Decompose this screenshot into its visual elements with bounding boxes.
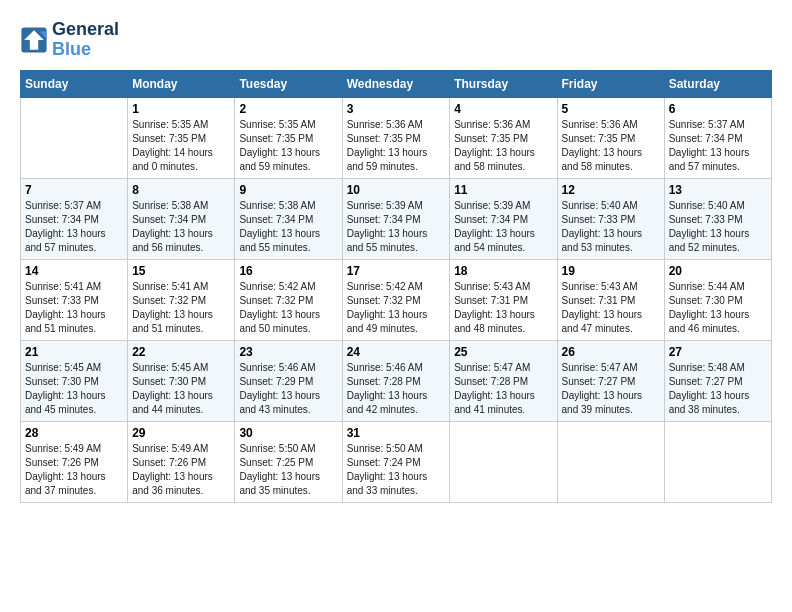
day-number: 25	[454, 345, 552, 359]
calendar-cell: 13Sunrise: 5:40 AM Sunset: 7:33 PM Dayli…	[664, 178, 771, 259]
day-number: 19	[562, 264, 660, 278]
day-number: 10	[347, 183, 446, 197]
calendar-week-row: 28Sunrise: 5:49 AM Sunset: 7:26 PM Dayli…	[21, 421, 772, 502]
day-number: 5	[562, 102, 660, 116]
day-number: 29	[132, 426, 230, 440]
day-info: Sunrise: 5:48 AM Sunset: 7:27 PM Dayligh…	[669, 361, 767, 417]
calendar-cell	[664, 421, 771, 502]
day-info: Sunrise: 5:44 AM Sunset: 7:30 PM Dayligh…	[669, 280, 767, 336]
day-info: Sunrise: 5:41 AM Sunset: 7:33 PM Dayligh…	[25, 280, 123, 336]
day-number: 20	[669, 264, 767, 278]
calendar-cell: 28Sunrise: 5:49 AM Sunset: 7:26 PM Dayli…	[21, 421, 128, 502]
day-info: Sunrise: 5:43 AM Sunset: 7:31 PM Dayligh…	[454, 280, 552, 336]
calendar-week-row: 7Sunrise: 5:37 AM Sunset: 7:34 PM Daylig…	[21, 178, 772, 259]
day-info: Sunrise: 5:43 AM Sunset: 7:31 PM Dayligh…	[562, 280, 660, 336]
calendar-cell: 19Sunrise: 5:43 AM Sunset: 7:31 PM Dayli…	[557, 259, 664, 340]
day-info: Sunrise: 5:38 AM Sunset: 7:34 PM Dayligh…	[239, 199, 337, 255]
day-info: Sunrise: 5:40 AM Sunset: 7:33 PM Dayligh…	[562, 199, 660, 255]
day-number: 23	[239, 345, 337, 359]
logo-text: General Blue	[52, 20, 119, 60]
calendar-cell: 3Sunrise: 5:36 AM Sunset: 7:35 PM Daylig…	[342, 97, 450, 178]
day-info: Sunrise: 5:40 AM Sunset: 7:33 PM Dayligh…	[669, 199, 767, 255]
day-number: 7	[25, 183, 123, 197]
weekday-header-friday: Friday	[557, 70, 664, 97]
weekday-header-sunday: Sunday	[21, 70, 128, 97]
calendar-cell: 15Sunrise: 5:41 AM Sunset: 7:32 PM Dayli…	[128, 259, 235, 340]
day-number: 4	[454, 102, 552, 116]
calendar-cell: 14Sunrise: 5:41 AM Sunset: 7:33 PM Dayli…	[21, 259, 128, 340]
calendar-cell: 9Sunrise: 5:38 AM Sunset: 7:34 PM Daylig…	[235, 178, 342, 259]
day-info: Sunrise: 5:49 AM Sunset: 7:26 PM Dayligh…	[25, 442, 123, 498]
day-number: 9	[239, 183, 337, 197]
calendar-cell: 23Sunrise: 5:46 AM Sunset: 7:29 PM Dayli…	[235, 340, 342, 421]
calendar-cell: 11Sunrise: 5:39 AM Sunset: 7:34 PM Dayli…	[450, 178, 557, 259]
calendar-cell: 29Sunrise: 5:49 AM Sunset: 7:26 PM Dayli…	[128, 421, 235, 502]
day-info: Sunrise: 5:36 AM Sunset: 7:35 PM Dayligh…	[454, 118, 552, 174]
calendar-cell: 24Sunrise: 5:46 AM Sunset: 7:28 PM Dayli…	[342, 340, 450, 421]
day-number: 11	[454, 183, 552, 197]
day-info: Sunrise: 5:35 AM Sunset: 7:35 PM Dayligh…	[132, 118, 230, 174]
day-number: 30	[239, 426, 337, 440]
day-number: 21	[25, 345, 123, 359]
calendar-cell: 21Sunrise: 5:45 AM Sunset: 7:30 PM Dayli…	[21, 340, 128, 421]
logo: General Blue	[20, 20, 119, 60]
calendar-week-row: 21Sunrise: 5:45 AM Sunset: 7:30 PM Dayli…	[21, 340, 772, 421]
day-info: Sunrise: 5:35 AM Sunset: 7:35 PM Dayligh…	[239, 118, 337, 174]
day-number: 8	[132, 183, 230, 197]
day-info: Sunrise: 5:50 AM Sunset: 7:24 PM Dayligh…	[347, 442, 446, 498]
page-header: General Blue	[20, 20, 772, 60]
calendar-cell: 5Sunrise: 5:36 AM Sunset: 7:35 PM Daylig…	[557, 97, 664, 178]
logo-icon	[20, 26, 48, 54]
calendar-cell: 6Sunrise: 5:37 AM Sunset: 7:34 PM Daylig…	[664, 97, 771, 178]
calendar-cell	[557, 421, 664, 502]
day-info: Sunrise: 5:36 AM Sunset: 7:35 PM Dayligh…	[562, 118, 660, 174]
day-number: 26	[562, 345, 660, 359]
calendar-cell: 10Sunrise: 5:39 AM Sunset: 7:34 PM Dayli…	[342, 178, 450, 259]
weekday-header-tuesday: Tuesday	[235, 70, 342, 97]
day-info: Sunrise: 5:46 AM Sunset: 7:29 PM Dayligh…	[239, 361, 337, 417]
day-info: Sunrise: 5:38 AM Sunset: 7:34 PM Dayligh…	[132, 199, 230, 255]
day-info: Sunrise: 5:42 AM Sunset: 7:32 PM Dayligh…	[239, 280, 337, 336]
calendar-table: SundayMondayTuesdayWednesdayThursdayFrid…	[20, 70, 772, 503]
day-number: 3	[347, 102, 446, 116]
day-number: 16	[239, 264, 337, 278]
day-info: Sunrise: 5:36 AM Sunset: 7:35 PM Dayligh…	[347, 118, 446, 174]
day-info: Sunrise: 5:46 AM Sunset: 7:28 PM Dayligh…	[347, 361, 446, 417]
calendar-cell: 12Sunrise: 5:40 AM Sunset: 7:33 PM Dayli…	[557, 178, 664, 259]
day-info: Sunrise: 5:47 AM Sunset: 7:27 PM Dayligh…	[562, 361, 660, 417]
calendar-cell: 20Sunrise: 5:44 AM Sunset: 7:30 PM Dayli…	[664, 259, 771, 340]
weekday-header-monday: Monday	[128, 70, 235, 97]
day-info: Sunrise: 5:50 AM Sunset: 7:25 PM Dayligh…	[239, 442, 337, 498]
calendar-cell: 22Sunrise: 5:45 AM Sunset: 7:30 PM Dayli…	[128, 340, 235, 421]
day-number: 15	[132, 264, 230, 278]
calendar-cell: 26Sunrise: 5:47 AM Sunset: 7:27 PM Dayli…	[557, 340, 664, 421]
calendar-cell: 31Sunrise: 5:50 AM Sunset: 7:24 PM Dayli…	[342, 421, 450, 502]
day-number: 24	[347, 345, 446, 359]
day-number: 14	[25, 264, 123, 278]
calendar-cell: 7Sunrise: 5:37 AM Sunset: 7:34 PM Daylig…	[21, 178, 128, 259]
day-info: Sunrise: 5:37 AM Sunset: 7:34 PM Dayligh…	[25, 199, 123, 255]
calendar-cell: 2Sunrise: 5:35 AM Sunset: 7:35 PM Daylig…	[235, 97, 342, 178]
day-info: Sunrise: 5:39 AM Sunset: 7:34 PM Dayligh…	[454, 199, 552, 255]
day-info: Sunrise: 5:37 AM Sunset: 7:34 PM Dayligh…	[669, 118, 767, 174]
calendar-cell: 25Sunrise: 5:47 AM Sunset: 7:28 PM Dayli…	[450, 340, 557, 421]
day-info: Sunrise: 5:45 AM Sunset: 7:30 PM Dayligh…	[25, 361, 123, 417]
calendar-cell: 18Sunrise: 5:43 AM Sunset: 7:31 PM Dayli…	[450, 259, 557, 340]
weekday-header-wednesday: Wednesday	[342, 70, 450, 97]
day-info: Sunrise: 5:41 AM Sunset: 7:32 PM Dayligh…	[132, 280, 230, 336]
day-number: 17	[347, 264, 446, 278]
day-number: 13	[669, 183, 767, 197]
day-info: Sunrise: 5:47 AM Sunset: 7:28 PM Dayligh…	[454, 361, 552, 417]
calendar-cell: 17Sunrise: 5:42 AM Sunset: 7:32 PM Dayli…	[342, 259, 450, 340]
calendar-cell: 30Sunrise: 5:50 AM Sunset: 7:25 PM Dayli…	[235, 421, 342, 502]
day-info: Sunrise: 5:45 AM Sunset: 7:30 PM Dayligh…	[132, 361, 230, 417]
calendar-week-row: 1Sunrise: 5:35 AM Sunset: 7:35 PM Daylig…	[21, 97, 772, 178]
calendar-week-row: 14Sunrise: 5:41 AM Sunset: 7:33 PM Dayli…	[21, 259, 772, 340]
calendar-cell	[21, 97, 128, 178]
day-number: 31	[347, 426, 446, 440]
calendar-cell: 1Sunrise: 5:35 AM Sunset: 7:35 PM Daylig…	[128, 97, 235, 178]
day-info: Sunrise: 5:49 AM Sunset: 7:26 PM Dayligh…	[132, 442, 230, 498]
day-number: 22	[132, 345, 230, 359]
day-number: 1	[132, 102, 230, 116]
weekday-header-thursday: Thursday	[450, 70, 557, 97]
